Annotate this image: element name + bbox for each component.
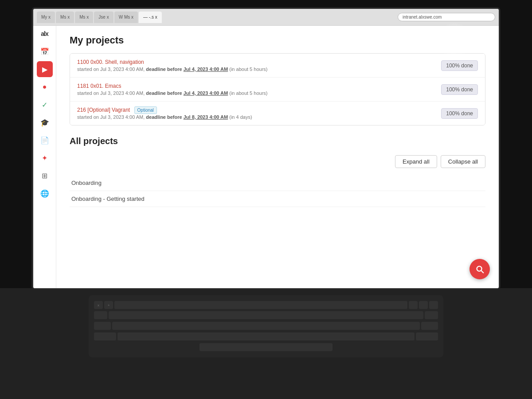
- project-start-1100: started on Jul 3, 2023 4:00 AM: [77, 66, 143, 72]
- laptop-frame: My x Ms x Ms x Jse x W Ms x — -.s x intr…: [0, 0, 532, 399]
- project-meta-216: started on Jul 3, 2023 4:00 AM, deadline…: [77, 114, 252, 120]
- browser-tab-3[interactable]: Ms x: [75, 12, 93, 23]
- project-list: Onboarding Onboarding - Getting started: [70, 175, 485, 207]
- screen-area: My x Ms x Ms x Jse x W Ms x — -.s x intr…: [33, 9, 499, 288]
- project-suffix-216: (in 4 days): [229, 114, 252, 120]
- project-info-1181: 1181 0x01. Emacs started on Jul 3, 2023 …: [77, 83, 267, 96]
- done-badge-1181: 100% done: [441, 84, 478, 95]
- sidebar-item-play[interactable]: ▶: [37, 61, 53, 77]
- project-title-1100: 1100 0x00. Shell, navigation: [77, 59, 267, 65]
- expand-all-button[interactable]: Expand all: [395, 155, 437, 168]
- collapse-all-button[interactable]: Collapse all: [441, 155, 485, 168]
- sidebar-logo: alx: [41, 30, 48, 37]
- browser-tab-1[interactable]: My x: [37, 12, 55, 23]
- sidebar-item-chrome[interactable]: ●: [37, 79, 53, 95]
- browser-tabs: My x Ms x Ms x Jse x W Ms x — -.s x: [37, 12, 395, 23]
- app-container: alx 📅 ▶ ● ✓ 🎓 📄 ✦ ⊞ 🌐 My projects: [33, 26, 499, 288]
- address-bar[interactable]: intranet.alxswe.com: [398, 13, 495, 21]
- project-title-216: 216 [Optional] Vagrant Optional: [77, 107, 252, 113]
- search-icon: [475, 264, 485, 274]
- project-suffix-1181: (in about 5 hours): [229, 90, 267, 96]
- browser-tab-2[interactable]: Ms x: [56, 12, 74, 23]
- project-meta-1100: started on Jul 3, 2023 4:00 AM, deadline…: [77, 66, 267, 72]
- project-row-216[interactable]: 216 [Optional] Vagrant Optional started …: [70, 102, 485, 125]
- sidebar: alx 📅 ▶ ● ✓ 🎓 📄 ✦ ⊞ 🌐: [33, 26, 56, 288]
- expand-controls: Expand all Collapse all: [70, 155, 485, 168]
- sidebar-item-star[interactable]: ✦: [37, 150, 53, 166]
- browser-tab-4[interactable]: Jse x: [94, 12, 113, 23]
- project-title-1181: 1181 0x01. Emacs: [77, 83, 267, 89]
- list-item-onboarding-getting-started[interactable]: Onboarding - Getting started: [70, 191, 485, 207]
- project-start-1181: started on Jul 3, 2023 4:00 AM: [77, 90, 143, 96]
- browser-tab-5[interactable]: W Ms x: [114, 12, 138, 23]
- sidebar-item-grid[interactable]: ⊞: [37, 168, 53, 184]
- project-meta-1181: started on Jul 3, 2023 4:00 AM, deadline…: [77, 90, 267, 96]
- project-start-216: started on Jul 3, 2023 4:00 AM: [77, 114, 143, 120]
- browser-chrome: My x Ms x Ms x Jse x W Ms x — -.s x intr…: [33, 9, 499, 26]
- done-badge-1100: 100% done: [441, 60, 478, 71]
- done-badge-216: 100% done: [441, 108, 478, 119]
- keyboard-area: x +: [0, 288, 532, 399]
- project-info-1100: 1100 0x00. Shell, navigation started on …: [77, 59, 267, 72]
- sidebar-item-check[interactable]: ✓: [37, 97, 53, 113]
- sidebar-item-grad[interactable]: 🎓: [37, 114, 53, 130]
- my-projects-title: My projects: [70, 35, 485, 46]
- sidebar-item-globe[interactable]: 🌐: [37, 185, 53, 201]
- browser-tab-active[interactable]: — -.s x: [139, 12, 162, 23]
- project-row-1100[interactable]: 1100 0x00. Shell, navigation started on …: [70, 54, 485, 78]
- all-projects-title: All projects: [70, 136, 485, 146]
- my-projects-card: 1100 0x00. Shell, navigation started on …: [70, 53, 485, 125]
- project-row-1181[interactable]: 1181 0x01. Emacs started on Jul 3, 2023 …: [70, 78, 485, 102]
- search-fab-button[interactable]: [469, 259, 490, 279]
- list-item-onboarding[interactable]: Onboarding: [70, 175, 485, 191]
- optional-badge: Optional: [134, 106, 157, 114]
- project-deadline-216: deadline before Jul 8, 2023 4:00 AM: [146, 114, 228, 120]
- project-deadline-1100: deadline before Jul 4, 2023 4:00 AM: [146, 66, 228, 72]
- project-suffix-1100: (in about 5 hours): [229, 66, 267, 72]
- sidebar-item-doc[interactable]: 📄: [37, 132, 53, 148]
- sidebar-item-calendar[interactable]: 📅: [37, 43, 53, 59]
- main-content: My projects 1100 0x00. Shell, navigation…: [56, 26, 499, 288]
- project-deadline-1181: deadline before Jul 4, 2023 4:00 AM: [146, 90, 228, 96]
- project-info-216: 216 [Optional] Vagrant Optional started …: [77, 107, 252, 120]
